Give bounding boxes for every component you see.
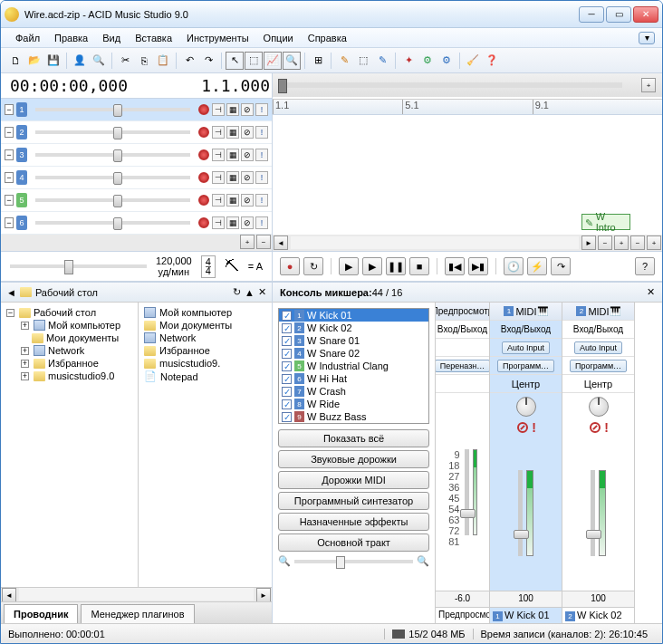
mute-button[interactable]: ⊣ bbox=[212, 103, 225, 116]
track-row-5[interactable]: − 5 ⊣ ▦ ⊘ ! bbox=[1, 189, 272, 212]
bus-checkbox[interactable]: ✓ bbox=[282, 336, 292, 346]
disable-icon[interactable]: ⊘ bbox=[241, 194, 254, 207]
channel-fader[interactable] bbox=[591, 470, 595, 556]
horizontal-scrollbar[interactable] bbox=[291, 236, 579, 249]
bus-item[interactable]: ✓ 1 W Kick 01 bbox=[279, 309, 428, 322]
solo-icon[interactable]: ! bbox=[604, 420, 609, 435]
solo-button[interactable]: ! bbox=[255, 126, 268, 139]
loop-button[interactable]: ↻ bbox=[303, 257, 323, 275]
mute-icon[interactable] bbox=[590, 422, 601, 433]
tab-explorer[interactable]: Проводник bbox=[4, 604, 78, 623]
envelope-tool-icon[interactable]: 📈 bbox=[264, 52, 282, 70]
bus-item[interactable]: ✓ 9 W Buzz Bass bbox=[279, 410, 428, 423]
disable-icon[interactable]: ⊘ bbox=[241, 149, 254, 161]
back-icon[interactable]: ◄ bbox=[6, 287, 16, 298]
solo-button[interactable]: ! bbox=[255, 194, 268, 207]
preview-fader[interactable] bbox=[465, 449, 469, 535]
pause-button[interactable]: ❚❚ bbox=[386, 257, 406, 275]
track-volume-slider[interactable] bbox=[35, 108, 190, 111]
tree-scroll-right[interactable]: ► bbox=[256, 588, 271, 602]
marker-tool-icon[interactable]: ✎ bbox=[373, 52, 391, 70]
track-row-4[interactable]: − 4 ⊣ ▦ ⊘ ! bbox=[1, 167, 272, 189]
menu-file[interactable]: Файл bbox=[8, 30, 47, 46]
hzoom-in-button[interactable]: + bbox=[614, 235, 629, 250]
zoom-out-icon[interactable]: 🔍 bbox=[278, 555, 291, 567]
help-icon[interactable]: ❓ bbox=[483, 52, 501, 70]
mute-button[interactable]: ⊣ bbox=[212, 126, 225, 139]
track-volume-slider[interactable] bbox=[35, 198, 190, 202]
tuning-fork-icon[interactable]: ⛏ bbox=[225, 258, 239, 274]
clip-w-intro[interactable]: ✎ W Intro bbox=[581, 214, 630, 230]
close-button[interactable]: ✕ bbox=[633, 6, 658, 23]
vzoom-in-button[interactable]: + bbox=[647, 235, 661, 250]
stop-button[interactable]: ■ bbox=[409, 257, 429, 275]
mute-button[interactable]: ⊣ bbox=[212, 149, 225, 161]
menu-edit[interactable]: Правка bbox=[47, 30, 95, 46]
record-arm-icon[interactable] bbox=[198, 149, 209, 160]
solo-button[interactable]: ! bbox=[255, 216, 268, 229]
track-zoom-out-button[interactable]: − bbox=[256, 235, 271, 249]
tempo-slider[interactable] bbox=[10, 264, 147, 268]
record-arm-icon[interactable] bbox=[198, 217, 209, 228]
search-icon[interactable]: 🔍 bbox=[90, 52, 108, 70]
maximize-button[interactable]: ▭ bbox=[606, 6, 631, 23]
timeline-ruler[interactable]: 1.1 5.1 9.1 bbox=[273, 99, 662, 115]
bus-checkbox[interactable]: ✓ bbox=[282, 323, 292, 333]
folder-tree[interactable]: −Рабочий стол +Мой компьютер Мои докумен… bbox=[1, 303, 139, 587]
piano-icon[interactable]: ▦ bbox=[226, 194, 239, 207]
minimize-button[interactable]: ─ bbox=[579, 6, 604, 23]
bus-checkbox[interactable]: ✓ bbox=[282, 399, 292, 409]
track-volume-slider[interactable] bbox=[35, 153, 190, 157]
play-button[interactable]: ▶ bbox=[362, 257, 382, 275]
options-button[interactable]: ? bbox=[635, 257, 655, 275]
scroll-left-button[interactable]: ◄ bbox=[274, 235, 288, 250]
reassign-button[interactable]: Переназн… bbox=[436, 360, 489, 372]
piano-icon[interactable]: ▦ bbox=[226, 103, 239, 116]
bus-list[interactable]: ✓ 1 W Kick 01✓ 2 W Kick 02✓ 3 W Snare 01… bbox=[278, 308, 429, 424]
piano-icon[interactable]: ▦ bbox=[226, 216, 239, 229]
synth-button[interactable]: Программный синтезатор bbox=[278, 492, 429, 510]
cursor-tool-icon[interactable]: ↖ bbox=[226, 52, 244, 70]
record-arm-icon[interactable] bbox=[198, 172, 209, 183]
count-in-button[interactable]: ⚡ bbox=[527, 257, 547, 275]
bus-item[interactable]: ✓ 7 W Crash bbox=[279, 385, 428, 398]
bus-item[interactable]: ✓ 5 W Industrial Clang bbox=[279, 360, 428, 372]
menu-collapse-button[interactable]: ▾ bbox=[639, 32, 655, 44]
undo-icon[interactable]: ↶ bbox=[180, 52, 198, 70]
explorer-path[interactable]: Рабочий стол bbox=[35, 287, 229, 298]
piano-icon[interactable]: ▦ bbox=[226, 149, 239, 161]
vzoom-out-button[interactable]: − bbox=[630, 235, 645, 250]
piano-icon[interactable]: ▦ bbox=[226, 126, 239, 139]
timeline-canvas[interactable]: ✎ W Intro bbox=[273, 115, 662, 235]
bus-checkbox[interactable]: ✓ bbox=[282, 361, 292, 371]
expand-icon[interactable]: + bbox=[21, 372, 29, 380]
auto-input-button[interactable]: Auto Input bbox=[502, 341, 550, 354]
mixer-close-icon[interactable]: ✕ bbox=[647, 286, 655, 298]
expand-icon[interactable]: + bbox=[21, 322, 29, 330]
mixer-zoom-slider[interactable] bbox=[294, 560, 413, 563]
metronome-button[interactable]: 🕐 bbox=[504, 257, 524, 275]
user-icon[interactable]: 👤 bbox=[71, 52, 89, 70]
bus-item[interactable]: ✓ 3 W Snare 01 bbox=[279, 334, 428, 347]
pan-knob[interactable] bbox=[516, 397, 536, 417]
mute-button[interactable]: ⊣ bbox=[212, 171, 225, 184]
scroll-right-button[interactable]: ► bbox=[581, 235, 596, 250]
track-minimize[interactable]: − bbox=[5, 149, 14, 160]
file-list[interactable]: Мой компьютер Мои документы Network Избр… bbox=[139, 303, 272, 587]
key-display[interactable]: = A bbox=[248, 261, 263, 272]
copy-icon[interactable]: ⎘ bbox=[135, 52, 153, 70]
tab-plugins[interactable]: Менеджер плагинов bbox=[81, 604, 194, 623]
bus-checkbox[interactable]: ✓ bbox=[282, 412, 292, 422]
paste-icon[interactable]: 📋 bbox=[154, 52, 172, 70]
track-volume-slider[interactable] bbox=[35, 176, 190, 179]
paint-icon[interactable]: ⬚ bbox=[354, 52, 372, 70]
up-icon[interactable]: ▲ bbox=[245, 287, 255, 298]
solo-button[interactable]: ! bbox=[255, 149, 268, 161]
track-row-3[interactable]: − 3 ⊣ ▦ ⊘ ! bbox=[1, 144, 272, 167]
zoom-in-icon[interactable]: 🔍 bbox=[417, 555, 429, 567]
tree-scrollbar[interactable] bbox=[19, 588, 254, 601]
track-volume-slider[interactable] bbox=[35, 130, 190, 134]
redo-icon[interactable]: ↷ bbox=[199, 52, 217, 70]
record-arm-icon[interactable] bbox=[198, 195, 209, 206]
track-minimize[interactable]: − bbox=[5, 195, 14, 206]
